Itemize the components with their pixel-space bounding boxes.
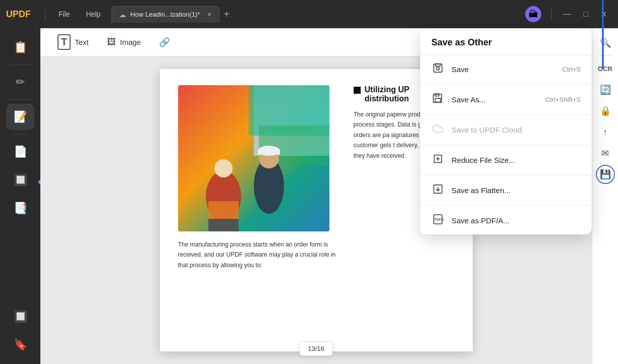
avatar-image: 🏔 (529, 9, 538, 20)
dropdown-divider-2 (420, 114, 592, 115)
pdf-left-text: The manufacturing process starts when an… (178, 239, 340, 270)
layers-icon: 🔲 (14, 310, 27, 323)
protect-icon: 🔒 (600, 105, 611, 116)
dropdown-reduce[interactable]: Reduce File Size... (420, 146, 592, 174)
link-tool-icon: 🔗 (159, 37, 170, 48)
dropdown-save-cloud: Save to UPDF Cloud (420, 116, 592, 144)
maximize-button[interactable]: □ (578, 7, 593, 22)
svg-rect-10 (258, 151, 280, 155)
right-toolbar: 🔍 OCR 🔄 🔒 ↑ ✉ 💾 (592, 28, 618, 364)
minimize-button[interactable]: — (558, 7, 576, 22)
page-indicator: 13/16 (299, 341, 333, 356)
flatten-label: Save as Flatten... (452, 186, 581, 195)
dropdown-divider-3 (420, 145, 592, 145)
menu-file[interactable]: File (51, 7, 77, 21)
app-body: 📋 ✏ 📝 📄 🔲 📑 🔲 🔖 (0, 28, 618, 364)
menu-help[interactable]: Help (79, 7, 108, 21)
sidebar-item-annotate[interactable]: 📝 (6, 104, 34, 130)
text-tool-label: Text (75, 38, 89, 46)
sidebar-item-pages[interactable]: 📄 (6, 139, 34, 165)
sidebar-item-organize[interactable]: 📑 (6, 195, 34, 221)
organize-icon: 📑 (14, 202, 27, 215)
share-tool-button[interactable]: ↑ (596, 123, 615, 142)
close-button[interactable]: ✕ (595, 7, 612, 22)
save-as-other-dropdown: Save as Other Save Ctrl+S Sav (420, 28, 592, 234)
svg-rect-17 (435, 94, 439, 96)
search-icon: 🔍 (600, 37, 611, 48)
image-tool-button[interactable]: 🖼 Image (98, 33, 150, 51)
svg-point-14 (436, 67, 439, 70)
sidebar-divider-1 (10, 65, 30, 65)
tab-bar: ☁ How Leadin...ization(1)* ✕ + (111, 6, 521, 23)
bookmark-icon: 🔖 (14, 338, 27, 351)
ocr-icon: OCR (598, 65, 612, 73)
dropdown-pdfa[interactable]: PDF/A Save as PDF/A... (420, 207, 592, 234)
sidebar-divider-3 (10, 134, 30, 135)
svg-text:PDF/A: PDF/A (435, 218, 443, 221)
save-as-other-icon: 💾 (600, 169, 611, 180)
image-tool-icon: 🖼 (107, 37, 116, 47)
pdf-image (178, 85, 329, 231)
dropdown-flatten[interactable]: Save as Flatten... (420, 176, 592, 204)
ocr-tool-button[interactable]: OCR (596, 59, 615, 78)
sidebar-item-reader[interactable]: 📋 (6, 34, 34, 60)
email-icon: ✉ (601, 148, 609, 159)
pdf-heading-box (354, 87, 361, 94)
titlebar: UPDF File Help ☁ How Leadin...ization(1)… (0, 0, 618, 28)
dropdown-save[interactable]: Save Ctrl+S (420, 55, 592, 83)
dropdown-divider-4 (420, 175, 592, 175)
pages-icon: 📄 (14, 145, 27, 158)
email-tool-button[interactable]: ✉ (596, 144, 615, 163)
save-cloud-label: Save to UPDF Cloud (452, 126, 581, 134)
svg-rect-11 (208, 219, 239, 231)
dropdown-divider-1 (420, 84, 592, 85)
convert-tool-button[interactable]: 🔄 (596, 80, 615, 99)
dropdown-save-as[interactable]: Save As... Ctrl+Shift+S (420, 86, 592, 113)
reader-icon: 📋 (14, 41, 27, 54)
flatten-icon (431, 184, 444, 197)
pdf-left-column: The manufacturing process starts when an… (178, 85, 340, 335)
save-label: Save (452, 65, 555, 74)
titlebar-actions: 🏔 — □ ✕ (521, 6, 612, 22)
save-as-other-button[interactable]: 💾 (596, 165, 615, 184)
pdf-image-svg (178, 85, 329, 231)
text-tool-button[interactable]: T Text (48, 30, 98, 54)
svg-rect-18 (435, 98, 441, 102)
sidebar-divider-2 (10, 99, 30, 100)
text-tool-icon: T (58, 34, 71, 50)
cloud-icon (431, 123, 444, 137)
crop-icon: 🔲 (14, 173, 27, 187)
dropdown-title: Save as Other (420, 28, 592, 55)
pdfa-label: Save as PDF/A... (452, 216, 581, 225)
sidebar-item-layers[interactable]: 🔲 (6, 304, 34, 330)
svg-rect-13 (434, 64, 442, 73)
tab-cloud-icon: ☁ (119, 11, 126, 19)
titlebar-sep (45, 8, 45, 20)
search-tool-button[interactable]: 🔍 (596, 33, 615, 52)
save-as-shortcut: Ctrl+Shift+S (545, 96, 581, 103)
annotate-icon: 📝 (14, 110, 27, 124)
link-tool-button[interactable]: 🔗 (150, 33, 179, 52)
left-sidebar: 📋 ✏ 📝 📄 🔲 📑 🔲 🔖 (0, 28, 40, 364)
protect-tool-button[interactable]: 🔒 (596, 101, 615, 120)
sidebar-item-crop[interactable]: 🔲 (6, 167, 34, 193)
titlebar-action-sep (551, 8, 552, 20)
reduce-label: Reduce File Size... (452, 156, 581, 164)
sidebar-item-edit[interactable]: ✏ (6, 69, 34, 95)
tab-close-button[interactable]: ✕ (207, 11, 212, 18)
dropdown-divider-5 (420, 205, 592, 206)
pdf-heading-line1: Utilizing UP (365, 85, 410, 94)
edit-icon: ✏ (16, 76, 25, 89)
svg-point-5 (214, 159, 233, 177)
reduce-icon (431, 153, 444, 167)
right-tool-divider-1 (598, 55, 612, 56)
pdf-image-content (178, 85, 329, 231)
sidebar-item-bookmark[interactable]: 🔖 (6, 332, 34, 358)
tab-add-button[interactable]: + (223, 9, 230, 20)
app-logo: UPDF (6, 9, 31, 20)
active-tab[interactable]: ☁ How Leadin...ization(1)* ✕ (111, 6, 219, 23)
image-tool-label: Image (120, 38, 141, 46)
avatar: 🏔 (525, 6, 541, 22)
share-icon: ↑ (603, 127, 607, 138)
save-icon (431, 63, 444, 76)
